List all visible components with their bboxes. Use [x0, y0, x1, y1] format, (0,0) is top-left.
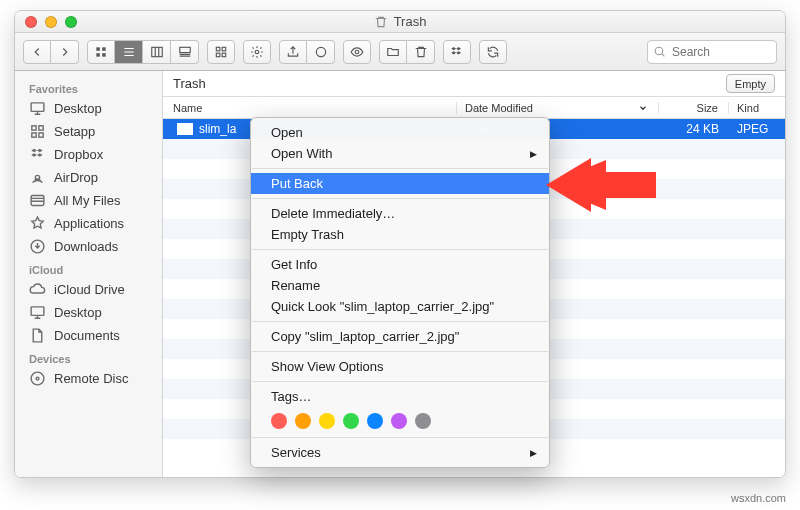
- path-location: Trash: [173, 76, 206, 91]
- sidebar-item-iclouddrive[interactable]: iCloud Drive: [15, 278, 162, 301]
- search-input[interactable]: [647, 40, 777, 64]
- window-title: Trash: [394, 14, 427, 29]
- ctx-copy[interactable]: Copy "slim_laptop_carrier_2.jpg": [251, 326, 549, 347]
- ctx-separator: [252, 437, 548, 438]
- file-size: 24 KB: [659, 122, 729, 136]
- action-button[interactable]: [243, 40, 271, 64]
- ctx-show-view-options[interactable]: Show View Options: [251, 356, 549, 377]
- back-button[interactable]: [23, 40, 51, 64]
- ctx-separator: [252, 249, 548, 250]
- file-thumbnail-icon: [177, 123, 193, 135]
- view-column-button[interactable]: [143, 40, 171, 64]
- tag-green[interactable]: [343, 413, 359, 429]
- tag-yellow[interactable]: [319, 413, 335, 429]
- sync-button[interactable]: [479, 40, 507, 64]
- trash-icon: [374, 15, 388, 29]
- sidebar-header-favorites: Favorites: [15, 77, 162, 97]
- svg-rect-4: [151, 47, 162, 56]
- svg-rect-5: [179, 47, 190, 52]
- svg-rect-8: [216, 53, 220, 57]
- share-button[interactable]: [279, 40, 307, 64]
- sidebar-item-label: All My Files: [54, 193, 120, 208]
- sidebar-item-downloads[interactable]: Downloads: [15, 235, 162, 258]
- empty-trash-button[interactable]: Empty: [726, 74, 775, 93]
- ctx-services[interactable]: Services: [251, 442, 549, 463]
- folder-ops: [379, 40, 435, 64]
- ctx-separator: [252, 198, 548, 199]
- column-headers: Name Date Modified Size Kind: [163, 97, 785, 119]
- ctx-quick-look[interactable]: Quick Look "slim_laptop_carrier_2.jpg": [251, 296, 549, 317]
- search-icon: [653, 45, 666, 58]
- svg-rect-9: [222, 53, 226, 57]
- tags-button[interactable]: [307, 40, 335, 64]
- allfiles-icon: [29, 192, 46, 209]
- tag-gray[interactable]: [415, 413, 431, 429]
- search-container: [515, 40, 777, 64]
- ctx-get-info[interactable]: Get Info: [251, 254, 549, 275]
- ctx-open-with[interactable]: Open With: [251, 143, 549, 164]
- sidebar-item-applications[interactable]: Applications: [15, 212, 162, 235]
- new-folder-button[interactable]: [379, 40, 407, 64]
- sidebar-item-airdrop[interactable]: AirDrop: [15, 166, 162, 189]
- svg-rect-18: [39, 133, 43, 137]
- dropbox-button[interactable]: [443, 40, 471, 64]
- ctx-put-back[interactable]: Put Back: [251, 173, 549, 194]
- tag-red[interactable]: [271, 413, 287, 429]
- column-size[interactable]: Size: [659, 102, 729, 114]
- svg-rect-17: [32, 133, 36, 137]
- sidebar-item-setapp[interactable]: Setapp: [15, 120, 162, 143]
- chevron-down-icon: [638, 103, 648, 113]
- grid-icon: [29, 123, 46, 140]
- toolbar: [15, 33, 785, 71]
- sidebar-item-label: Setapp: [54, 124, 95, 139]
- column-date[interactable]: Date Modified: [457, 102, 659, 114]
- quicklook-button[interactable]: [343, 40, 371, 64]
- arrange-button[interactable]: [207, 40, 235, 64]
- ctx-empty-trash[interactable]: Empty Trash: [251, 224, 549, 245]
- tag-blue[interactable]: [367, 413, 383, 429]
- view-coverflow-button[interactable]: [171, 40, 199, 64]
- file-kind: JPEG: [729, 122, 785, 136]
- desktop-icon: [29, 100, 46, 117]
- sidebar-item-dropbox[interactable]: Dropbox: [15, 143, 162, 166]
- view-icon-button[interactable]: [87, 40, 115, 64]
- sidebar-item-label: AirDrop: [54, 170, 98, 185]
- ctx-tag-colors: [251, 407, 549, 433]
- context-menu: Open Open With Put Back Delete Immediate…: [250, 117, 550, 468]
- sidebar-item-label: iCloud Drive: [54, 282, 125, 297]
- sidebar-header-icloud: iCloud: [15, 258, 162, 278]
- dropbox-icon: [29, 146, 46, 163]
- watermark: wsxdn.com: [731, 492, 786, 504]
- view-list-button[interactable]: [115, 40, 143, 64]
- nav-buttons: [23, 40, 79, 64]
- ctx-delete-immediately[interactable]: Delete Immediately…: [251, 203, 549, 224]
- ctx-separator: [252, 168, 548, 169]
- ctx-tags[interactable]: Tags…: [251, 386, 549, 407]
- sidebar-item-allmyfiles[interactable]: All My Files: [15, 189, 162, 212]
- column-kind[interactable]: Kind: [729, 102, 785, 114]
- svg-point-12: [355, 50, 359, 54]
- column-name[interactable]: Name: [163, 102, 457, 114]
- ctx-open[interactable]: Open: [251, 122, 549, 143]
- svg-point-10: [255, 50, 259, 54]
- tag-purple[interactable]: [391, 413, 407, 429]
- documents-icon: [29, 327, 46, 344]
- sidebar-item-remotedisc[interactable]: Remote Disc: [15, 367, 162, 390]
- sidebar-item-documents[interactable]: Documents: [15, 324, 162, 347]
- svg-rect-2: [96, 53, 100, 57]
- delete-button[interactable]: [407, 40, 435, 64]
- sidebar-item-label: Documents: [54, 328, 120, 343]
- downloads-icon: [29, 238, 46, 255]
- sidebar-item-icloud-desktop[interactable]: Desktop: [15, 301, 162, 324]
- airdrop-icon: [29, 169, 46, 186]
- sidebar: Favorites Desktop Setapp Dropbox AirDrop…: [15, 71, 163, 477]
- svg-point-23: [31, 372, 44, 385]
- sidebar-item-desktop[interactable]: Desktop: [15, 97, 162, 120]
- sidebar-item-label: Downloads: [54, 239, 118, 254]
- forward-button[interactable]: [51, 40, 79, 64]
- sidebar-item-label: Desktop: [54, 305, 102, 320]
- ctx-separator: [252, 321, 548, 322]
- ctx-rename[interactable]: Rename: [251, 275, 549, 296]
- tag-orange[interactable]: [295, 413, 311, 429]
- file-ops: [279, 40, 335, 64]
